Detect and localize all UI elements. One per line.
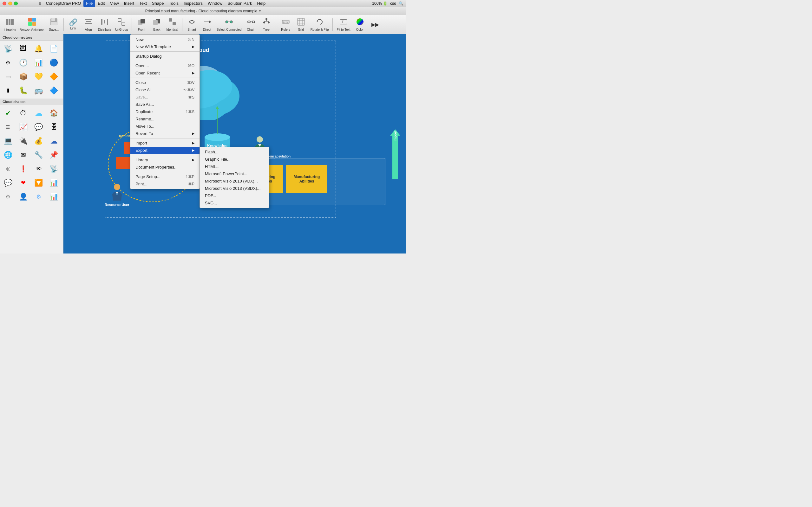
window-menu[interactable]: Window <box>205 0 225 7</box>
tree-button[interactable]: Tree <box>259 16 273 33</box>
export-visio-2013[interactable]: Microsoft Visio 2013 (VSDX)... <box>200 185 269 192</box>
shape-item[interactable] <box>16 70 30 83</box>
select-connected-button[interactable]: Select Connected <box>215 16 243 33</box>
shape-item[interactable] <box>32 70 45 83</box>
menu-rename[interactable]: Rename... <box>131 115 200 123</box>
back-button[interactable]: Back <box>150 16 164 33</box>
menu-library[interactable]: Library ▶ <box>131 156 200 164</box>
shape-item[interactable] <box>32 107 45 120</box>
shape-item[interactable] <box>1 148 14 162</box>
view-menu[interactable]: View <box>107 0 121 7</box>
distribute-button[interactable]: Distribute <box>97 16 113 33</box>
shape-item[interactable] <box>1 176 14 189</box>
grid-button[interactable]: Grid <box>294 16 308 33</box>
file-menu[interactable]: File <box>84 0 95 7</box>
smart-button[interactable]: Smart <box>185 16 199 33</box>
shape-item[interactable] <box>32 56 45 69</box>
identical-button[interactable]: Identical <box>165 16 179 33</box>
menu-duplicate[interactable]: Duplicate ⇧⌘S <box>131 108 200 115</box>
shape-item[interactable] <box>32 120 45 134</box>
shape-item[interactable] <box>16 190 30 204</box>
shape-item[interactable] <box>16 162 30 176</box>
shape-item[interactable] <box>1 107 14 120</box>
shape-item[interactable] <box>32 148 45 162</box>
rotate-flip-button[interactable]: Rotate & Flip <box>309 16 330 33</box>
menu-new-with-template[interactable]: New With Template ▶ <box>131 43 200 50</box>
menu-startup-dialog[interactable]: Startup Dialog <box>131 53 200 60</box>
shape-item[interactable] <box>32 190 45 204</box>
app-menu[interactable]: ConceptDraw PRO <box>44 0 84 7</box>
shape-item[interactable] <box>32 134 45 148</box>
shape-item[interactable] <box>16 148 30 162</box>
shape-item[interactable] <box>1 120 14 134</box>
shape-item[interactable] <box>16 42 30 55</box>
shape-item[interactable] <box>47 176 61 189</box>
menu-doc-properties[interactable]: Document Properties... <box>131 164 200 171</box>
shape-item[interactable] <box>16 120 30 134</box>
rulers-button[interactable]: Rulers <box>279 16 293 33</box>
shape-item[interactable] <box>16 134 30 148</box>
shape-item[interactable] <box>32 176 45 189</box>
menu-open[interactable]: Open... ⌘O <box>131 62 200 69</box>
save-button[interactable]: Save... <box>47 16 61 33</box>
menu-import[interactable]: Import ▶ <box>131 139 200 147</box>
menu-new[interactable]: New ⌘N <box>131 36 200 43</box>
solution-park-menu[interactable]: Solution Park <box>225 0 254 7</box>
canvas-area[interactable]: Manufacturing Cloud Cloud Operator <box>63 34 406 253</box>
shape-menu[interactable]: Shape <box>149 0 166 7</box>
shape-item[interactable] <box>1 70 14 83</box>
chain-button[interactable]: Chain <box>244 16 258 33</box>
shape-item[interactable] <box>47 56 61 69</box>
tools-menu[interactable]: Tools <box>166 0 181 7</box>
export-visio-2010[interactable]: Microsoft Visio 2010 (VDX)... <box>200 177 269 185</box>
help-menu[interactable]: Help <box>254 0 268 7</box>
apple-menu[interactable]:  <box>37 0 44 7</box>
inspectors-menu[interactable]: Inspectors <box>181 0 205 7</box>
shape-item[interactable] <box>32 42 45 55</box>
more-button[interactable]: ▶▶ <box>368 16 382 33</box>
shape-item[interactable] <box>1 134 14 148</box>
menu-open-recent[interactable]: Open Recent ▶ <box>131 69 200 77</box>
shape-item[interactable] <box>1 162 14 176</box>
chevron-down-icon[interactable]: ▾ <box>259 9 261 13</box>
browse-solutions-button[interactable]: Browse Solutions <box>18 16 45 33</box>
menu-print[interactable]: Print... ⌘P <box>131 180 200 187</box>
shape-item[interactable] <box>47 148 61 162</box>
shape-item[interactable] <box>47 70 61 83</box>
shape-item[interactable] <box>47 107 61 120</box>
shape-item[interactable] <box>47 162 61 176</box>
text-menu[interactable]: Text <box>137 0 149 7</box>
shape-item[interactable] <box>1 190 14 204</box>
export-powerpoint[interactable]: Microsoft PowerPoint... <box>200 170 269 177</box>
front-button[interactable]: Front <box>135 16 148 33</box>
search-icon[interactable]: 🔍 <box>399 1 403 6</box>
menu-revert-to[interactable]: Revert To ▶ <box>131 130 200 137</box>
menu-close-all[interactable]: Close All ⌥⌘W <box>131 86 200 94</box>
link-button[interactable]: 🔗 Link <box>66 16 80 33</box>
shape-item[interactable] <box>47 42 61 55</box>
shape-item[interactable] <box>47 134 61 148</box>
menu-save-as[interactable]: Save As... <box>131 101 200 108</box>
shape-item[interactable] <box>1 42 14 55</box>
shape-item[interactable] <box>16 107 30 120</box>
export-flash[interactable]: Flash... <box>200 148 269 156</box>
export-svg[interactable]: SVG... <box>200 199 269 207</box>
shape-item[interactable] <box>16 84 30 97</box>
shape-item[interactable] <box>32 84 45 97</box>
menu-close[interactable]: Close ⌘W <box>131 79 200 86</box>
shape-item[interactable] <box>32 162 45 176</box>
shape-item[interactable] <box>47 190 61 204</box>
traffic-lights[interactable] <box>3 2 18 5</box>
zoom-button[interactable] <box>14 2 18 5</box>
shape-item[interactable] <box>1 84 14 97</box>
close-button[interactable] <box>3 2 6 5</box>
insert-menu[interactable]: Insert <box>121 0 137 7</box>
shape-item[interactable] <box>1 56 14 69</box>
libraries-button[interactable]: Libraries <box>3 16 17 33</box>
shape-item[interactable] <box>47 120 61 134</box>
menu-export[interactable]: Export ▶ Flash... Graphic File... HTML..… <box>131 147 200 154</box>
align-button[interactable]: Align <box>82 16 96 33</box>
color-button[interactable]: Color <box>353 16 367 33</box>
shape-item[interactable] <box>47 84 61 97</box>
menu-move-to[interactable]: Move To... <box>131 123 200 130</box>
